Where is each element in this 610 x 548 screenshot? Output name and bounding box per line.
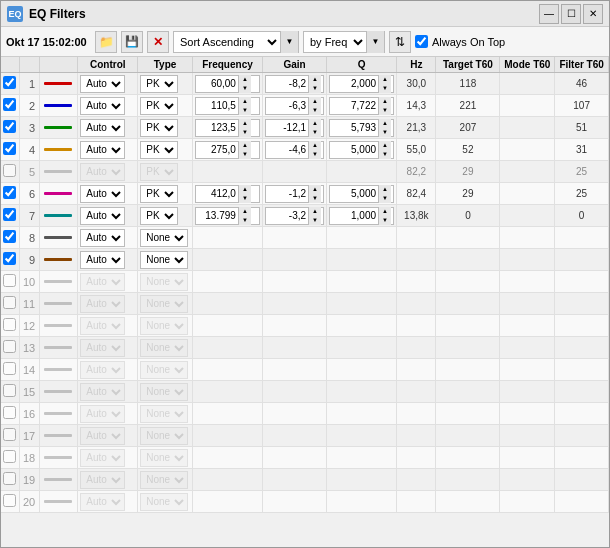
row-checkbox[interactable] (3, 384, 16, 397)
frequency-up-btn[interactable]: ▲ (239, 119, 251, 128)
always-on-top-checkbox[interactable] (415, 35, 428, 48)
row-checkbox[interactable] (3, 450, 16, 463)
frequency-up-btn[interactable]: ▲ (239, 141, 251, 150)
q-up-btn[interactable]: ▲ (379, 185, 391, 194)
gain-up-btn[interactable]: ▲ (309, 141, 321, 150)
row-checkbox[interactable] (3, 362, 16, 375)
control-select[interactable]: Auto (80, 207, 125, 225)
row-checkbox[interactable] (3, 230, 16, 243)
swap-button[interactable]: ⇅ (389, 31, 411, 53)
gain-input[interactable] (266, 76, 308, 92)
frequency-up-btn[interactable]: ▲ (239, 207, 251, 216)
q-down-btn[interactable]: ▼ (379, 84, 391, 93)
freq-dropdown-arrow[interactable]: ▼ (366, 31, 384, 53)
folder-button[interactable]: 📁 (95, 31, 117, 53)
q-up-btn[interactable]: ▲ (379, 119, 391, 128)
save-button[interactable]: 💾 (121, 31, 143, 53)
row-checkbox[interactable] (3, 494, 16, 507)
gain-down-btn[interactable]: ▼ (309, 106, 321, 115)
minimize-button[interactable]: — (539, 4, 559, 24)
gain-down-btn[interactable]: ▼ (309, 194, 321, 203)
frequency-input[interactable] (196, 142, 238, 158)
always-on-top-label[interactable]: Always On Top (415, 35, 505, 48)
row-checkbox[interactable] (3, 142, 16, 155)
row-checkbox[interactable] (3, 252, 16, 265)
type-select[interactable]: PK (140, 97, 178, 115)
row-checkbox[interactable] (3, 318, 16, 331)
frequency-down-btn[interactable]: ▼ (239, 106, 251, 115)
type-select[interactable]: None (140, 229, 188, 247)
gain-down-btn[interactable]: ▼ (309, 84, 321, 93)
frequency-down-btn[interactable]: ▼ (239, 128, 251, 137)
gain-up-btn[interactable]: ▲ (309, 75, 321, 84)
row-checkbox[interactable] (3, 120, 16, 133)
type-select[interactable]: None (140, 251, 188, 269)
row-checkbox[interactable] (3, 164, 16, 177)
frequency-down-btn[interactable]: ▼ (239, 194, 251, 203)
gain-input[interactable] (266, 142, 308, 158)
gain-up-btn[interactable]: ▲ (309, 97, 321, 106)
frequency-input[interactable] (196, 186, 238, 202)
row-checkbox[interactable] (3, 98, 16, 111)
type-select[interactable]: PK (140, 75, 178, 93)
close-button[interactable]: ✕ (583, 4, 603, 24)
q-down-btn[interactable]: ▼ (379, 150, 391, 159)
row-checkbox[interactable] (3, 472, 16, 485)
delete-button[interactable]: ✕ (147, 31, 169, 53)
control-select[interactable]: Auto (80, 251, 125, 269)
frequency-up-btn[interactable]: ▲ (239, 185, 251, 194)
frequency-up-btn[interactable]: ▲ (239, 75, 251, 84)
gain-down-btn[interactable]: ▼ (309, 150, 321, 159)
q-up-btn[interactable]: ▲ (379, 97, 391, 106)
gain-input[interactable] (266, 208, 308, 224)
gain-up-btn[interactable]: ▲ (309, 185, 321, 194)
q-input[interactable] (330, 98, 378, 114)
control-select[interactable]: Auto (80, 185, 125, 203)
frequency-input[interactable] (196, 208, 238, 224)
q-up-btn[interactable]: ▲ (379, 141, 391, 150)
maximize-button[interactable]: ☐ (561, 4, 581, 24)
q-down-btn[interactable]: ▼ (379, 216, 391, 225)
type-select[interactable]: PK (140, 119, 178, 137)
freq-select[interactable]: by Freq by Gain by Q (304, 32, 366, 52)
sort-select[interactable]: Sort Ascending Sort Descending No Sort (174, 32, 280, 52)
q-up-btn[interactable]: ▲ (379, 207, 391, 216)
gain-input[interactable] (266, 98, 308, 114)
control-select[interactable]: Auto (80, 97, 125, 115)
type-select[interactable]: PK (140, 207, 178, 225)
type-select[interactable]: PK (140, 185, 178, 203)
row-checkbox[interactable] (3, 406, 16, 419)
row-checkbox[interactable] (3, 208, 16, 221)
sort-dropdown-arrow[interactable]: ▼ (280, 31, 298, 53)
control-select[interactable]: Auto (80, 141, 125, 159)
gain-input[interactable] (266, 120, 308, 136)
frequency-down-btn[interactable]: ▼ (239, 150, 251, 159)
q-down-btn[interactable]: ▼ (379, 106, 391, 115)
control-select[interactable]: Auto (80, 119, 125, 137)
row-checkbox[interactable] (3, 186, 16, 199)
row-checkbox[interactable] (3, 76, 16, 89)
gain-down-btn[interactable]: ▼ (309, 216, 321, 225)
frequency-input[interactable] (196, 76, 238, 92)
q-up-btn[interactable]: ▲ (379, 75, 391, 84)
row-checkbox[interactable] (3, 428, 16, 441)
frequency-down-btn[interactable]: ▼ (239, 216, 251, 225)
frequency-input[interactable] (196, 120, 238, 136)
frequency-down-btn[interactable]: ▼ (239, 84, 251, 93)
gain-up-btn[interactable]: ▲ (309, 119, 321, 128)
frequency-input[interactable] (196, 98, 238, 114)
frequency-up-btn[interactable]: ▲ (239, 97, 251, 106)
gain-input[interactable] (266, 186, 308, 202)
gain-down-btn[interactable]: ▼ (309, 128, 321, 137)
q-input[interactable] (330, 186, 378, 202)
q-down-btn[interactable]: ▼ (379, 128, 391, 137)
q-input[interactable] (330, 142, 378, 158)
q-down-btn[interactable]: ▼ (379, 194, 391, 203)
row-checkbox[interactable] (3, 296, 16, 309)
row-checkbox[interactable] (3, 340, 16, 353)
q-input[interactable] (330, 208, 378, 224)
control-select[interactable]: Auto (80, 75, 125, 93)
gain-up-btn[interactable]: ▲ (309, 207, 321, 216)
control-select[interactable]: Auto (80, 229, 125, 247)
type-select[interactable]: PK (140, 141, 178, 159)
